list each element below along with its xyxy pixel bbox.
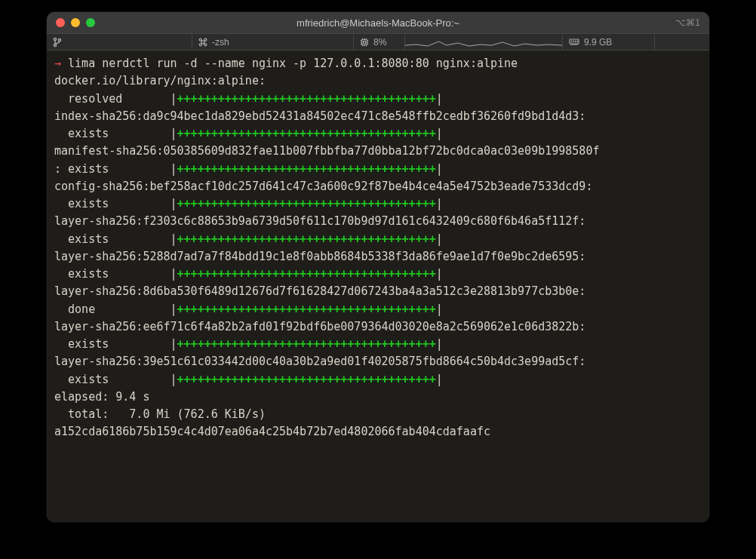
close-window-button[interactable] — [56, 18, 65, 27]
status-bar: -zsh 8% — [47, 33, 709, 51]
svg-point-0 — [54, 38, 56, 40]
svg-point-2 — [58, 38, 60, 41]
svg-point-1 — [54, 44, 56, 46]
cpu-icon — [360, 38, 369, 47]
status-cpu[interactable]: 8% — [354, 34, 405, 50]
command-icon — [198, 38, 207, 47]
memory-icon — [569, 38, 579, 46]
titlebar[interactable]: mfriedrich@Michaels-MacBook-Pro:~ ⌥⌘1 — [47, 12, 709, 33]
status-shell[interactable]: -zsh — [192, 34, 354, 50]
svg-rect-7 — [201, 41, 204, 44]
terminal-window: mfriedrich@Michaels-MacBook-Pro:~ ⌥⌘1 — [47, 12, 709, 522]
terminal-output[interactable]: → lima nerdctl run -d --name nginx -p 12… — [47, 51, 709, 522]
status-shell-label: -zsh — [212, 37, 229, 48]
svg-rect-9 — [364, 41, 366, 43]
window-shortcut: ⌥⌘1 — [675, 17, 700, 28]
sparkline-icon — [405, 34, 562, 50]
zoom-window-button[interactable] — [86, 18, 95, 27]
status-spacer — [655, 34, 709, 50]
status-cpu-graph — [405, 34, 563, 50]
status-memory[interactable]: 9.9 GB — [563, 34, 655, 50]
svg-rect-8 — [362, 39, 367, 45]
status-memory-label: 9.9 GB — [584, 37, 612, 48]
window-title: mfriedrich@Michaels-MacBook-Pro:~ — [47, 17, 709, 29]
minimize-window-button[interactable] — [71, 18, 80, 27]
status-branch[interactable] — [47, 34, 192, 50]
git-branch-icon — [53, 37, 62, 48]
status-cpu-label: 8% — [373, 37, 386, 48]
traffic-lights — [47, 18, 95, 27]
